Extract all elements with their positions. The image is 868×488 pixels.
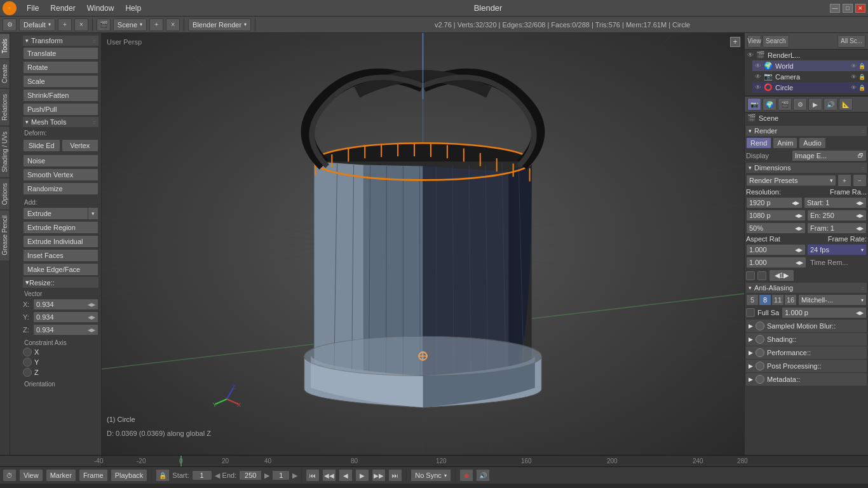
tab-create[interactable]: Create xyxy=(0,58,10,88)
aa-preset-field[interactable]: Mitchell-... ▾ xyxy=(798,294,867,306)
constraint-z-circle[interactable] xyxy=(23,368,32,377)
jump-end-btn[interactable]: ⏭ xyxy=(388,469,402,482)
tab-tools[interactable]: Tools xyxy=(0,33,10,58)
res-y-field[interactable]: 1080 p ◀▶ xyxy=(746,210,806,221)
timerem-check-1[interactable] xyxy=(746,271,755,280)
outliner-search-btn[interactable]: Search xyxy=(763,35,789,48)
resize-header[interactable]: ▾ Resize :: xyxy=(23,277,98,288)
presets-plus-btn[interactable]: + xyxy=(837,174,851,187)
aspect-y-field[interactable]: 1.000 ◀▶ xyxy=(746,257,806,268)
tab-options[interactable]: Options xyxy=(0,177,10,210)
prev-keyframe-btn[interactable]: ◀◀ xyxy=(322,469,336,482)
tab-shading-uvs[interactable]: Shading / UVs xyxy=(0,126,10,177)
extrude-individual-button[interactable]: Extrude Individual xyxy=(23,235,98,248)
full-sample-check[interactable] xyxy=(746,308,755,317)
timeline-editor-icon[interactable]: ⏱ xyxy=(3,469,17,482)
prop-tab-audio[interactable]: 🔊 xyxy=(824,98,837,111)
shading-item[interactable]: ▶ Shading :: xyxy=(746,333,867,346)
next-frame-btn[interactable]: ▶▶ xyxy=(372,469,386,482)
rotate-button[interactable]: Rotate xyxy=(23,61,98,74)
outliner-item-circle[interactable]: 👁 ⭕ Circle 👁 🔒 xyxy=(752,82,868,93)
prop-tab-world[interactable]: 🌍 xyxy=(763,98,776,111)
scale-button[interactable]: Scale xyxy=(23,75,98,88)
metadata-item[interactable]: ▶ Metadata :: xyxy=(746,373,867,386)
outliner-scope-btn[interactable]: All Sc... xyxy=(837,35,865,48)
play-btn[interactable]: ▶ xyxy=(355,469,369,482)
aa-num-8[interactable]: 8 xyxy=(759,294,771,306)
prop-tab-dimensions[interactable]: 📐 xyxy=(839,98,853,111)
layout-plus[interactable]: + xyxy=(58,18,72,31)
prop-tab-scene[interactable]: 🎬 xyxy=(778,98,792,111)
outliner-view-btn[interactable]: View xyxy=(747,35,761,48)
jump-start-btn[interactable]: ⏮ xyxy=(306,469,320,482)
menu-help[interactable]: Help xyxy=(120,0,146,16)
camera-controls[interactable]: 👁 🔒 xyxy=(851,74,865,80)
dimensions-header[interactable]: ▾ Dimensions :: xyxy=(746,163,867,173)
frame-field[interactable]: Fram: 1 ◀▶ xyxy=(807,222,867,234)
scene-close[interactable]: × xyxy=(166,18,180,31)
aa-num-16[interactable]: 16 xyxy=(784,294,797,306)
prop-tab-render[interactable]: ▶ xyxy=(808,98,822,111)
viewport[interactable]: User Persp + xyxy=(102,33,744,455)
outliner-item-camera[interactable]: 👁 📷 Camera 👁 🔒 xyxy=(752,71,868,82)
tab-relations[interactable]: Relations xyxy=(0,88,10,126)
z-field[interactable]: 0.934 ◀▶ xyxy=(33,324,98,336)
performance-circle[interactable] xyxy=(756,348,764,357)
close-button[interactable]: ✕ xyxy=(855,4,865,13)
prop-tab-camera[interactable]: 📷 xyxy=(747,98,761,111)
anim-tab[interactable]: Anim xyxy=(773,137,797,149)
timeline-ruler[interactable]: -40 -20 0 20 40 80 120 160 200 240 280 xyxy=(0,456,868,467)
current-frame-field[interactable]: 1 xyxy=(272,470,290,480)
constraint-x-circle[interactable] xyxy=(23,348,32,356)
timerem-check-2[interactable] xyxy=(757,271,766,280)
prop-tab-settings[interactable]: ⚙ xyxy=(793,98,807,111)
smooth-vertex-button[interactable]: Smooth Vertex xyxy=(23,168,98,181)
start-field[interactable]: Start: 1 ◀▶ xyxy=(804,197,867,208)
sampled-motion-item[interactable]: ▶ Sampled Motion B​lur :: xyxy=(746,320,867,332)
res-x-field[interactable]: 1920 p ◀▶ xyxy=(746,197,803,208)
post-processing-item[interactable]: ▶ Post Processing :: xyxy=(746,360,867,372)
timeline-frame-btn[interactable]: Frame xyxy=(79,469,108,482)
translate-button[interactable]: Translate xyxy=(23,47,98,60)
timeline-view-btn[interactable]: View xyxy=(19,469,43,482)
render-section-header[interactable]: ▾ Render :: xyxy=(746,126,867,136)
constraint-y-circle[interactable] xyxy=(23,358,32,367)
sync-dropdown[interactable]: No Sync ▾ xyxy=(410,469,451,482)
scene-dropdown[interactable]: Scene ▾ xyxy=(113,18,147,31)
layout-close[interactable]: × xyxy=(74,18,88,31)
menu-render[interactable]: Render xyxy=(45,0,80,16)
mesh-tools-header[interactable]: ▾ Mesh Tools :: xyxy=(23,117,98,127)
audio-tab[interactable]: Audio xyxy=(799,137,825,149)
y-field[interactable]: 0.934 ◀▶ xyxy=(33,311,98,323)
end-field[interactable]: En: 250 ◀▶ xyxy=(807,210,867,221)
layout-dropdown[interactable]: Default ▾ xyxy=(19,18,55,31)
performance-item[interactable]: ▶ Performance :: xyxy=(746,346,867,359)
render-presets-field[interactable]: Render Presets ▾ xyxy=(746,175,836,186)
full-sample-field[interactable]: 1.000 p ◀▶ xyxy=(782,307,867,318)
render-engine-dropdown[interactable]: Blender Render ▾ xyxy=(188,18,251,31)
aspect-x-field[interactable]: 1.000 ◀▶ xyxy=(746,244,806,255)
editor-type-icon[interactable]: ⚙ xyxy=(3,18,17,31)
viewport-plus-btn[interactable]: + xyxy=(730,37,740,47)
inset-faces-button[interactable]: Inset Faces xyxy=(23,249,98,262)
timeline-marker-btn[interactable]: Marker xyxy=(46,469,76,482)
sampled-motion-circle[interactable] xyxy=(756,322,764,330)
shading-circle[interactable] xyxy=(756,335,764,344)
aa-num-11[interactable]: 11 xyxy=(771,294,784,306)
noise-button[interactable]: Noise xyxy=(23,154,98,167)
world-controls[interactable]: 👁 🔒 xyxy=(851,63,865,69)
vertex-button[interactable]: Vertex xyxy=(62,139,99,152)
rend-tab[interactable]: Rend xyxy=(746,137,771,149)
aa-num-5[interactable]: 5 xyxy=(746,294,759,306)
make-edge-face-button[interactable]: Make Edge/Face xyxy=(23,263,98,276)
x-field[interactable]: 0.934 ◀▶ xyxy=(33,299,98,310)
extrude-arrow-btn[interactable]: ▾ xyxy=(88,207,98,220)
presets-minus-btn[interactable]: − xyxy=(853,174,867,187)
menu-window[interactable]: Window xyxy=(82,0,119,16)
scene-plus[interactable]: + xyxy=(149,18,163,31)
percent-field[interactable]: 50% ◀▶ xyxy=(746,222,806,234)
frame-step-field[interactable]: ◀1▶ xyxy=(769,269,794,281)
extrude-region-button[interactable]: Extrude Region xyxy=(23,221,98,234)
metadata-circle[interactable] xyxy=(756,375,764,384)
start-frame-field[interactable]: 1 xyxy=(192,470,212,480)
